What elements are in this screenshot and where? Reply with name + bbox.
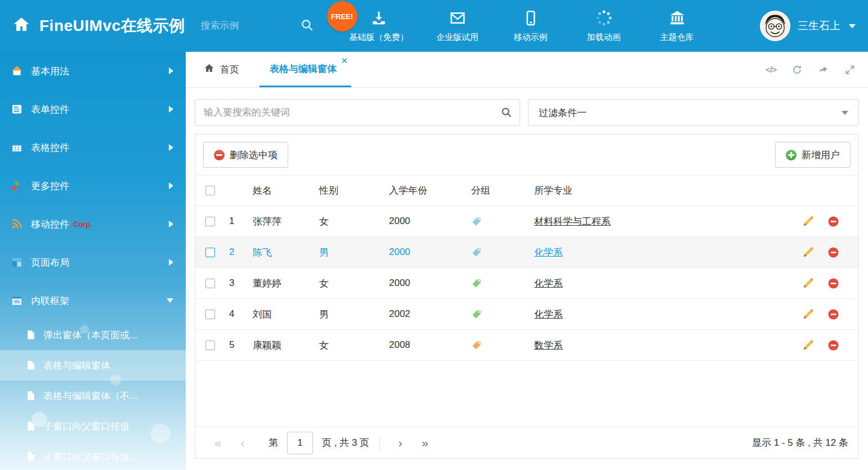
spinner-icon bbox=[596, 10, 612, 28]
delete-selected-button[interactable]: 删除选中项 bbox=[203, 142, 288, 168]
pagination-bar: « ‹ 第 页 , 共 3 页 › » 显示 1 - 5 条 , 共 12 条 bbox=[195, 427, 858, 458]
edit-pencil-icon[interactable] bbox=[802, 216, 814, 227]
row-checkbox[interactable] bbox=[205, 279, 215, 288]
table-row[interactable]: 4 刘国 男 2002 化学系 bbox=[195, 299, 858, 330]
row-checkbox[interactable] bbox=[205, 217, 215, 226]
user-menu[interactable]: 三生石上 bbox=[760, 11, 856, 41]
row-year: 2008 bbox=[384, 339, 467, 351]
free-badge: FREE! bbox=[327, 1, 357, 32]
page-label-prefix: 第 bbox=[269, 436, 278, 449]
home-icon[interactable] bbox=[12, 16, 30, 36]
open-new-window-icon[interactable] bbox=[818, 64, 829, 75]
bank-icon bbox=[669, 10, 686, 28]
table-row[interactable]: 2 陈飞 男 2000 化学系 bbox=[195, 237, 858, 268]
delete-row-icon[interactable] bbox=[827, 247, 839, 258]
grid-panel: 删除选中项 新增用户 姓名 性别 入学年份 分组 所学专业 1 张萍萍 女 20… bbox=[195, 134, 859, 459]
user-name: 三生石上 bbox=[798, 19, 840, 33]
major-link[interactable]: 化学系 bbox=[534, 309, 563, 320]
tag-icon bbox=[471, 247, 482, 258]
filter-dropdown[interactable]: 过滤条件一 bbox=[528, 99, 859, 126]
table-row[interactable]: 1 张萍萍 女 2000 材料科学与工程系 bbox=[195, 206, 858, 237]
keyword-search[interactable] bbox=[195, 99, 520, 126]
select-all-checkbox[interactable] bbox=[205, 186, 215, 195]
brand[interactable]: FineUIMvc在线示例 bbox=[12, 15, 185, 37]
filter-row: 过滤条件一 bbox=[186, 88, 868, 126]
tab-home[interactable]: 首页 bbox=[195, 52, 248, 87]
delete-row-icon[interactable] bbox=[827, 308, 839, 320]
row-year: 2002 bbox=[384, 308, 467, 320]
close-icon[interactable]: ✕ bbox=[341, 56, 348, 65]
tab-strip: 首页 表格与编辑窗体 ✕ </> bbox=[186, 52, 868, 88]
sidebar-subitem-child-to-parent-2[interactable]: 子窗口向父窗口传值... bbox=[0, 441, 186, 470]
nav-item-loading-anim[interactable]: 加载动画 bbox=[580, 0, 628, 52]
table-row[interactable]: 3 董婷婷 女 2000 化学系 bbox=[195, 268, 858, 299]
sidebar-subitem-child-to-parent[interactable]: 子窗口向父窗口传值 bbox=[0, 411, 186, 441]
delete-row-icon[interactable] bbox=[827, 216, 839, 227]
prev-page-button[interactable]: ‹ bbox=[230, 436, 255, 450]
nav-item-theme-store[interactable]: 主题仓库 bbox=[653, 0, 701, 52]
sidebar-item-label: 表格控件 bbox=[31, 141, 69, 154]
refresh-icon[interactable] bbox=[791, 64, 803, 75]
add-user-button[interactable]: 新增用户 bbox=[775, 142, 851, 168]
major-link[interactable]: 材料科学与工程系 bbox=[534, 216, 611, 227]
expand-icon[interactable] bbox=[844, 64, 856, 75]
avatar bbox=[760, 11, 790, 41]
sidebar-item-iframe[interactable]: 内联框架 bbox=[0, 281, 186, 320]
sidebar-item-mobile-controls[interactable]: 移动控件 Corp. bbox=[0, 205, 186, 243]
major-link[interactable]: 数学系 bbox=[534, 340, 563, 351]
sidebar-item-grid-controls[interactable]: 表格控件 bbox=[0, 128, 186, 167]
row-name: 张萍萍 bbox=[248, 215, 315, 228]
row-index: 1 bbox=[225, 216, 248, 227]
tag-icon bbox=[471, 340, 482, 351]
tab-grid-edit-window[interactable]: 表格与编辑窗体 ✕ bbox=[259, 52, 351, 87]
nav-item-basic-free[interactable]: FREE! 基础版（免费） bbox=[350, 0, 409, 52]
edit-pencil-icon[interactable] bbox=[802, 339, 814, 351]
table-icon bbox=[11, 142, 23, 153]
chevron-down-icon bbox=[842, 111, 848, 115]
delete-row-icon[interactable] bbox=[827, 339, 839, 351]
page-input[interactable] bbox=[287, 432, 313, 454]
column-header-gender: 性别 bbox=[315, 184, 384, 197]
sidebar-subitem-grid-edit-window-2[interactable]: 表格与编辑窗体（不... bbox=[0, 381, 186, 411]
sidebar-item-label: 移动控件 bbox=[31, 218, 69, 231]
nav-item-label: 企业版试用 bbox=[436, 32, 478, 43]
pager-divider bbox=[379, 436, 380, 450]
edit-pencil-icon[interactable] bbox=[802, 308, 814, 320]
row-gender: 女 bbox=[315, 215, 384, 228]
sidebar-item-label: 页面布局 bbox=[31, 256, 69, 269]
tab-label: 表格与编辑窗体 bbox=[270, 62, 337, 75]
table-row[interactable]: 5 康颖颖 女 2008 数学系 bbox=[195, 330, 858, 361]
house-icon bbox=[11, 65, 23, 77]
nav-item-enterprise-trial[interactable]: 企业版试用 bbox=[433, 0, 482, 52]
row-checkbox[interactable] bbox=[205, 248, 215, 257]
edit-pencil-icon[interactable] bbox=[802, 247, 814, 258]
sidebar-subitem-grid-edit-window[interactable]: 表格与编辑窗体 bbox=[0, 350, 186, 381]
header-search[interactable] bbox=[201, 20, 317, 32]
page-label-suffix: 页 , 共 3 页 bbox=[322, 436, 369, 449]
major-link[interactable]: 化学系 bbox=[534, 247, 563, 258]
delete-row-icon[interactable] bbox=[827, 277, 839, 289]
row-year: 2000 bbox=[384, 216, 467, 227]
sidebar-item-more-controls[interactable]: 更多控件 bbox=[0, 167, 186, 205]
download-icon bbox=[370, 10, 387, 28]
sidebar-item-basic-usage[interactable]: 基本用法 bbox=[0, 52, 186, 90]
source-code-icon[interactable]: </> bbox=[766, 65, 776, 74]
sidebar-subitem-popup-window[interactable]: 弹出窗体（本页面或... bbox=[0, 320, 186, 350]
search-icon[interactable] bbox=[300, 18, 315, 35]
keyword-search-input[interactable] bbox=[195, 99, 520, 126]
home-tab-icon bbox=[204, 63, 214, 77]
row-name: 董婷婷 bbox=[248, 277, 315, 290]
row-checkbox[interactable] bbox=[205, 341, 215, 350]
edit-pencil-icon[interactable] bbox=[802, 277, 814, 289]
first-page-button[interactable]: « bbox=[205, 436, 230, 450]
next-page-button[interactable]: › bbox=[388, 436, 413, 450]
nav-item-mobile-demo[interactable]: 移动示例 bbox=[507, 0, 555, 52]
row-checkbox[interactable] bbox=[205, 310, 215, 319]
row-gender: 男 bbox=[315, 246, 384, 259]
sidebar-item-form-controls[interactable]: 表单控件 bbox=[0, 90, 186, 128]
search-icon[interactable] bbox=[500, 106, 513, 121]
sidebar-item-page-layout[interactable]: 页面布局 bbox=[0, 243, 186, 281]
major-link[interactable]: 化学系 bbox=[534, 278, 563, 289]
last-page-button[interactable]: » bbox=[413, 436, 437, 450]
sidebar: 基本用法 表单控件 表格控件 更多控件 移动控件 Corp. 页面布局 bbox=[0, 52, 186, 470]
